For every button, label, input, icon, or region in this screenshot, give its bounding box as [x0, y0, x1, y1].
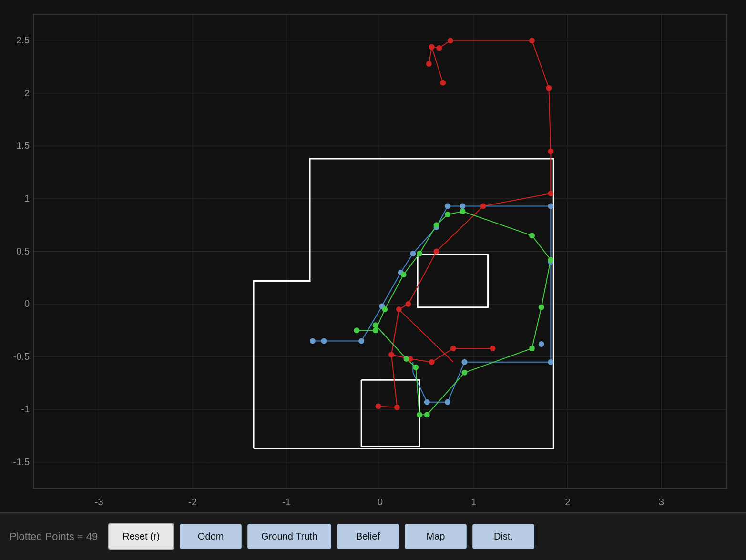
reset-button[interactable]: Reset (r) — [108, 523, 174, 550]
odom-button[interactable]: Odom — [180, 524, 242, 549]
main-container: Plotted Points = 49 Reset (r) Odom Groun… — [0, 0, 746, 560]
bottom-bar: Plotted Points = 49 Reset (r) Odom Groun… — [0, 512, 746, 560]
ground-truth-button[interactable]: Ground Truth — [247, 524, 331, 549]
map-button[interactable]: Map — [405, 524, 467, 549]
plot-canvas — [0, 0, 746, 512]
plotted-points-label: Plotted Points = 49 — [10, 530, 98, 543]
dist-button[interactable]: Dist. — [472, 524, 534, 549]
chart-area — [0, 0, 746, 512]
belief-button[interactable]: Belief — [337, 524, 399, 549]
